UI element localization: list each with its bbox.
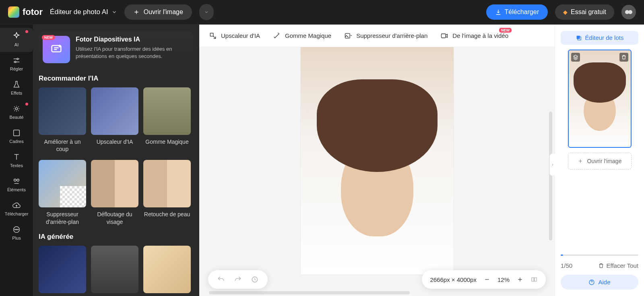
download-icon <box>495 9 502 15</box>
upscale-icon <box>209 32 217 40</box>
card-gen-2[interactable] <box>91 246 138 296</box>
card-thumb <box>91 87 138 135</box>
sidebar-item-label: Régler <box>10 66 23 71</box>
editor-mode-select[interactable]: Éditeur de photo AI <box>50 8 117 16</box>
avatar-icon <box>624 7 634 17</box>
more-icon <box>12 225 21 234</box>
sidebar-item-text[interactable]: Textes <box>0 149 33 173</box>
horizontal-scrollbar[interactable] <box>209 291 410 294</box>
open-image-label: Ouvrir l'image <box>144 8 183 16</box>
image-count: 1/50 <box>561 262 572 269</box>
open-image-dropdown[interactable] <box>199 4 214 20</box>
section-ai-generated: IA générée <box>39 233 194 241</box>
beauty-icon <box>12 104 21 113</box>
sidebar-item-label: Cadres <box>9 139 23 144</box>
batch-editor-button[interactable]: Éditeur de lots <box>561 31 638 45</box>
sidebar-item-upload[interactable]: Télécharger <box>0 197 33 221</box>
image-thumbnail[interactable] <box>568 50 632 148</box>
right-panel-expand-handle[interactable] <box>549 153 555 176</box>
plus-icon <box>133 9 140 15</box>
sidebar-item-frames[interactable]: Cadres <box>0 124 33 149</box>
sidebar-item-ai[interactable]: AI <box>0 28 33 52</box>
card-bg-remover[interactable]: Suppresseur d'arrière-plan <box>39 160 86 225</box>
layers-button[interactable] <box>571 53 580 62</box>
svg-rect-13 <box>210 33 213 36</box>
history-button[interactable] <box>251 275 259 284</box>
zoom-in-button[interactable] <box>517 276 523 283</box>
zoom-toolbar: 2666px × 4000px 12% <box>422 270 546 289</box>
card-face-unblur[interactable]: Défloutage du visage <box>91 160 138 225</box>
open-slot-label: Ouvrir l'image <box>587 158 622 164</box>
sidebar-item-beauty[interactable]: Beauté <box>0 100 33 124</box>
undo-button[interactable] <box>217 275 225 284</box>
text-icon <box>12 153 21 161</box>
tool-label: De l'image à la vidéo <box>452 32 508 39</box>
video-icon <box>440 32 448 40</box>
card-label: Retouche de peau <box>143 211 191 218</box>
free-trial-button[interactable]: ◆ Essai gratuit <box>555 4 614 20</box>
new-badge: NEW <box>499 28 512 33</box>
svg-point-4 <box>15 108 18 110</box>
chevron-right-icon <box>551 162 554 167</box>
clear-all-button[interactable]: Effacer Tout <box>598 262 639 269</box>
user-avatar[interactable] <box>621 5 636 19</box>
open-image-slot[interactable]: Ouvrir l'image <box>568 153 632 170</box>
svg-rect-17 <box>532 278 534 282</box>
open-image-button[interactable]: Ouvrir l'image <box>124 4 192 20</box>
right-panel: Éditeur de lots Ouvrir l'image 1/50 Effa… <box>555 25 644 296</box>
frame-icon <box>12 128 21 137</box>
svg-rect-5 <box>14 130 20 136</box>
promo-card[interactable]: NEW Fotor Diapositives IA Utilisez l'IA … <box>39 32 194 67</box>
batch-label: Éditeur de lots <box>585 34 624 41</box>
section-recommend-ai: Recommander l'IA <box>39 75 194 83</box>
clear-all-label: Effacer Tout <box>607 262 639 269</box>
sidebar-item-effects[interactable]: Effets <box>0 76 33 100</box>
card-gen-3[interactable] <box>143 246 191 296</box>
card-thumb <box>39 246 86 293</box>
card-thumb <box>39 87 86 135</box>
sidebar-item-adjust[interactable]: Régler <box>0 52 33 76</box>
download-button[interactable]: Télécharger <box>486 4 548 20</box>
new-dot-icon <box>25 103 28 106</box>
card-magic-eraser[interactable]: Gomme Magique <box>143 87 191 153</box>
left-sidebar: AI Régler Effets Beauté Cadres Textes Él… <box>0 25 33 296</box>
card-enhance[interactable]: Améliorer à un coup <box>39 87 86 153</box>
ai-panel: NEW Fotor Diapositives IA Utilisez l'IA … <box>33 25 199 296</box>
slides-icon <box>43 36 70 63</box>
card-skin-retouch[interactable]: Retouche de peau <box>143 160 191 225</box>
diamond-icon: ◆ <box>563 9 568 15</box>
card-label: Améliorer à un coup <box>39 138 86 153</box>
vertical-scrollbar[interactable] <box>549 112 552 240</box>
card-label: Défloutage du visage <box>91 211 138 225</box>
svg-point-6 <box>14 179 17 182</box>
zoom-out-button[interactable] <box>484 276 490 283</box>
help-icon <box>588 279 595 286</box>
sidebar-item-label: Effets <box>11 91 22 95</box>
sidebar-item-more[interactable]: Plus <box>0 221 33 245</box>
help-button[interactable]: Aide <box>561 275 638 290</box>
delete-thumbnail-button[interactable] <box>619 53 628 62</box>
sidebar-item-label: Télécharger <box>5 211 29 216</box>
tool-image-to-video[interactable]: De l'image à la vidéo NEW <box>440 32 508 40</box>
svg-point-11 <box>18 229 19 230</box>
card-upscaler[interactable]: Upscaleur d'IA <box>91 87 138 153</box>
svg-rect-18 <box>535 278 537 282</box>
tool-bg-remover[interactable]: Suppresseur d'arrière-plan <box>344 32 427 40</box>
trash-icon <box>621 54 627 60</box>
redo-button[interactable] <box>234 275 242 284</box>
svg-point-1 <box>628 10 632 14</box>
new-dot-icon <box>25 30 28 33</box>
thumbnail-size-slider[interactable] <box>561 255 638 256</box>
sidebar-item-label: Beauté <box>10 115 24 120</box>
tool-magic-eraser[interactable]: Gomme Magique <box>273 32 331 40</box>
canvas-image[interactable] <box>301 47 454 275</box>
card-gen-1[interactable] <box>39 246 86 296</box>
tool-label: Suppresseur d'arrière-plan <box>356 32 427 39</box>
sidebar-item-elements[interactable]: Éléments <box>0 173 33 197</box>
image-minus-icon <box>344 32 352 40</box>
compare-button[interactable] <box>530 276 538 283</box>
batch-icon <box>576 35 582 41</box>
logo[interactable]: fotor <box>8 6 43 18</box>
canvas-viewport[interactable]: 2666px × 4000px 12% <box>199 47 555 296</box>
tool-upscaler[interactable]: Upscaleur d'IA <box>209 32 260 40</box>
